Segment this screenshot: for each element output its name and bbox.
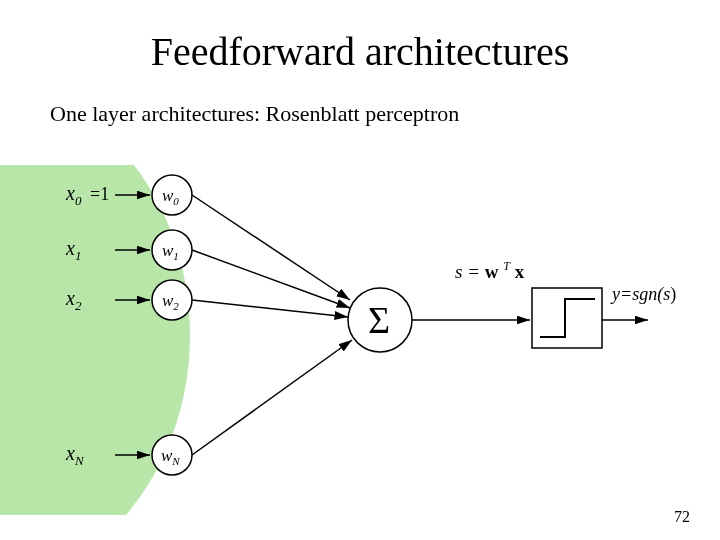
svg-text:s = 
      w
      T
      x: s = w T x bbox=[455, 253, 525, 282]
line-wN-sum bbox=[192, 340, 352, 455]
slide-subtitle: One layer architectures: Rosenblatt perc… bbox=[50, 101, 720, 127]
sum-node: Σ bbox=[348, 288, 412, 352]
output-label: y=sgn(s) bbox=[610, 284, 676, 305]
weight-w1: w1 bbox=[152, 230, 192, 270]
weight-wN: wN bbox=[152, 435, 192, 475]
slide-title: Feedforward architectures bbox=[0, 28, 720, 75]
line-w2-sum bbox=[192, 300, 348, 317]
line-w0-sum bbox=[192, 195, 350, 300]
svg-text:=1: =1 bbox=[90, 184, 109, 204]
step-function-box bbox=[532, 288, 602, 348]
weight-w0: w0 bbox=[152, 175, 192, 215]
svg-rect-17 bbox=[532, 288, 602, 348]
s-equation-label: s = w T x bbox=[455, 253, 525, 282]
svg-text:Σ: Σ bbox=[368, 299, 390, 341]
weight-w2: w2 bbox=[152, 280, 192, 320]
page-number: 72 bbox=[674, 508, 690, 526]
svg-text:y=sgn(s): y=sgn(s) bbox=[610, 284, 676, 305]
line-w1-sum bbox=[192, 250, 350, 308]
perceptron-diagram: x0 =1 x1 x2 xN w0 w1 w2 wN Σ s bbox=[0, 165, 720, 515]
